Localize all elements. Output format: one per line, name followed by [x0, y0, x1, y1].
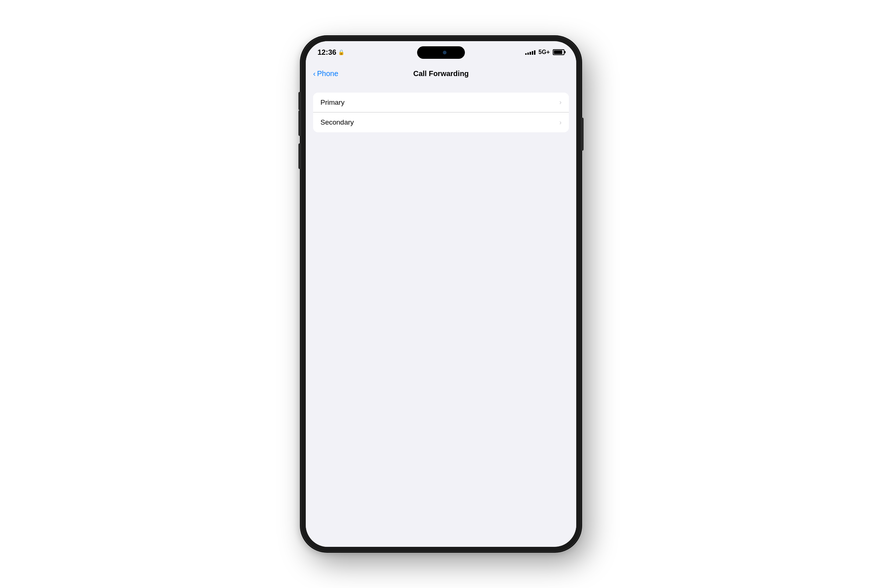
- signal-bar-2: [527, 52, 529, 55]
- network-label: 5G+: [538, 49, 550, 56]
- chevron-right-secondary-icon: ›: [560, 119, 561, 126]
- page-title: Call Forwarding: [413, 69, 469, 78]
- chevron-right-primary-icon: ›: [560, 99, 561, 106]
- settings-item-secondary[interactable]: Secondary ›: [313, 112, 569, 132]
- volume-down-button[interactable]: [298, 143, 302, 169]
- mute-button[interactable]: [298, 92, 302, 110]
- dynamic-island: [417, 46, 465, 59]
- camera-dot: [443, 51, 447, 54]
- signal-bars: [525, 50, 536, 55]
- signal-bar-3: [530, 52, 531, 55]
- back-label: Phone: [317, 69, 339, 78]
- status-time: 12:36 🔒: [318, 48, 344, 57]
- battery-container: [553, 49, 564, 55]
- phone-screen: 12:36 🔒 5G+: [306, 41, 576, 547]
- phone-frame: 12:36 🔒 5G+: [302, 37, 580, 551]
- content-area: Primary › Secondary ›: [306, 84, 576, 547]
- power-button[interactable]: [580, 118, 584, 151]
- signal-bar-4: [532, 51, 533, 55]
- lock-icon: 🔒: [338, 49, 344, 55]
- battery-level: [554, 50, 562, 54]
- signal-bar-1: [525, 53, 526, 55]
- settings-list: Primary › Secondary ›: [313, 93, 569, 132]
- back-chevron-icon: ‹: [313, 70, 316, 77]
- primary-label: Primary: [321, 99, 344, 106]
- scene: 12:36 🔒 5G+: [0, 0, 882, 588]
- time-display: 12:36: [318, 48, 336, 57]
- battery-icon: [553, 49, 564, 55]
- nav-header: ‹ Phone Call Forwarding: [306, 63, 576, 84]
- signal-bar-5: [534, 50, 536, 55]
- status-bar: 12:36 🔒 5G+: [306, 41, 576, 63]
- status-right: 5G+: [525, 49, 564, 56]
- volume-up-button[interactable]: [298, 110, 302, 136]
- back-button[interactable]: ‹ Phone: [313, 69, 339, 78]
- secondary-label: Secondary: [321, 118, 354, 126]
- settings-item-primary[interactable]: Primary ›: [313, 93, 569, 112]
